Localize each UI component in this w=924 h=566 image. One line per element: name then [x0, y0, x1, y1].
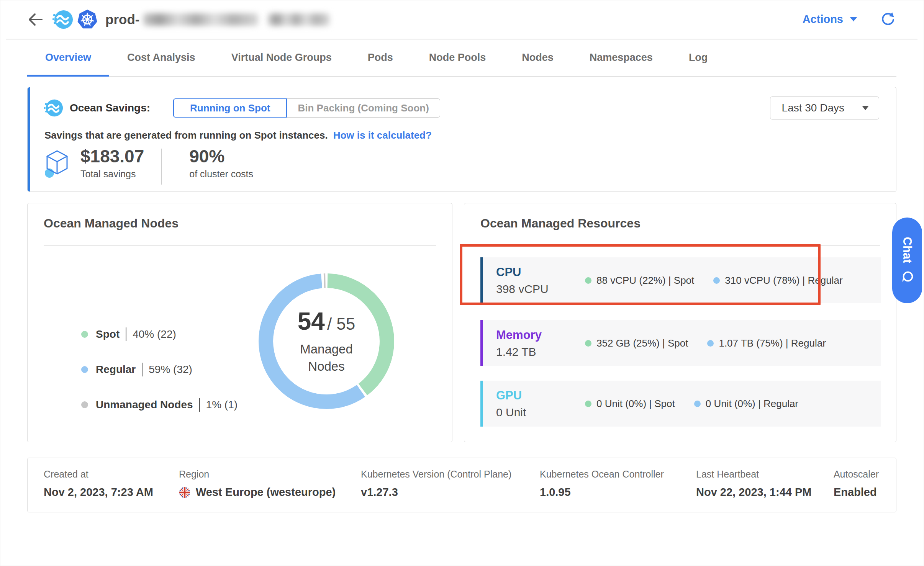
tab-nodes[interactable]: Nodes — [504, 39, 572, 76]
how-is-it-calculated-link[interactable]: How is it calculated? — [333, 129, 432, 141]
tab-log[interactable]: Log — [671, 39, 726, 76]
resource-row-gpu: GPU 0 Unit 0 Unit (0%) | Spot 0 Unit (0%… — [480, 381, 881, 427]
memory-total: 1.42 TB — [496, 345, 585, 358]
legend-separator — [126, 327, 126, 341]
autoscaler-status: Enabled — [834, 486, 879, 499]
info-ocean-controller: Kubernetes Ocean Controller 1.0.95 — [540, 469, 664, 499]
info-autoscaler: Autoscaler Enabled — [834, 469, 879, 499]
chat-button[interactable]: Chat — [892, 218, 922, 303]
cpu-spot-stat: 88 vCPU (22%) | Spot — [585, 275, 694, 286]
cluster-cost-metric: 90% of cluster costs — [189, 147, 253, 180]
kubernetes-logo-icon — [77, 9, 98, 30]
managed-nodes-total: / 55 — [327, 314, 355, 334]
legend-item-unmanaged: Unmanaged Nodes 1% (1) — [81, 397, 238, 412]
redacted-text-blob — [143, 13, 258, 26]
resources-card-title: Ocean Managed Resources — [480, 216, 641, 231]
chat-label: Chat — [900, 237, 914, 263]
managed-nodes-donut-chart: 54 / 55 Managed Nodes — [257, 272, 395, 410]
gpu-regular-stat: 0 Unit (0%) | Regular — [694, 398, 798, 410]
total-savings-value: $183.07 — [80, 147, 144, 165]
spot-dot — [81, 331, 88, 338]
managed-nodes-caption: Managed Nodes — [300, 341, 353, 375]
gpu-spot-stat: 0 Unit (0%) | Spot — [585, 398, 675, 410]
regular-dot — [707, 340, 714, 347]
cpu-accent-bar — [480, 257, 483, 303]
cluster-name-redacted — [143, 13, 329, 26]
chevron-down-icon — [862, 106, 869, 110]
cluster-name-prefix: prod- — [105, 12, 139, 27]
tab-cost-analysis[interactable]: Cost Analysis — [109, 39, 213, 76]
total-savings-label: Total savings — [80, 168, 144, 180]
gpu-total: 0 Unit — [496, 406, 585, 419]
spot-dot — [585, 277, 591, 284]
nodes-legend: Spot 40% (22) Regular 59% (32) Unmanaged… — [81, 327, 238, 432]
savings-mode-toggle: Running on Spot Bin Packing (Coming Soon… — [173, 98, 440, 118]
tab-virtual-node-groups[interactable]: Virtual Node Groups — [213, 39, 350, 76]
tab-pods[interactable]: Pods — [350, 39, 411, 76]
ocean-wave-icon — [44, 98, 64, 118]
period-value: Last 30 Days — [782, 102, 844, 114]
cpu-total: 398 vCPU — [496, 283, 585, 296]
header: prod- Actions — [6, 0, 917, 39]
ocean-managed-resources-card: Ocean Managed Resources CPU 398 vCPU 88 … — [464, 203, 896, 442]
chevron-down-icon — [850, 17, 857, 21]
memory-regular-stat: 1.07 TB (75%) | Regular — [707, 337, 826, 349]
back-arrow-icon — [28, 13, 43, 26]
spot-dot — [585, 340, 591, 347]
tab-namespaces[interactable]: Namespaces — [572, 39, 671, 76]
period-select[interactable]: Last 30 Days — [770, 97, 879, 119]
managed-nodes-count: 54 — [298, 307, 325, 335]
legend-item-regular: Regular 59% (32) — [81, 362, 238, 377]
cpu-regular-stat: 310 vCPU (78%) | Regular — [713, 275, 842, 286]
chat-bubble-icon — [900, 270, 914, 284]
donut-center-label: 54 / 55 Managed Nodes — [257, 272, 395, 410]
uk-flag-icon — [179, 487, 190, 498]
bin-packing-toggle[interactable]: Bin Packing (Coming Soon) — [287, 98, 440, 118]
regular-dot — [694, 401, 701, 407]
nodes-card-title: Ocean Managed Nodes — [44, 216, 179, 231]
memory-accent-bar — [480, 320, 483, 366]
resource-row-memory: Memory 1.42 TB 352 GB (25%) | Spot 1.07 … — [480, 320, 881, 366]
divider — [480, 245, 880, 246]
cost-percent-label: of cluster costs — [189, 168, 253, 180]
info-created-at: Created at Nov 2, 2023, 7:23 AM — [44, 469, 153, 499]
info-region: Region West Europe (westeurope) — [179, 469, 336, 499]
page-title: prod- — [105, 12, 329, 27]
cluster-info-bar: Created at Nov 2, 2023, 7:23 AM Region W… — [27, 458, 896, 512]
info-last-heartbeat: Last Heartbeat Nov 22, 2023, 1:44 PM — [696, 469, 811, 499]
actions-label: Actions — [803, 13, 843, 26]
tab-node-pools[interactable]: Node Pools — [411, 39, 504, 76]
tab-bar: Overview Cost Analysis Virtual Node Grou… — [27, 39, 896, 77]
spot-dot — [585, 401, 591, 407]
total-savings-metric: $183.07 Total savings — [80, 147, 144, 180]
tab-overview[interactable]: Overview — [27, 39, 109, 76]
legend-item-spot: Spot 40% (22) — [81, 327, 238, 342]
refresh-button[interactable] — [881, 12, 895, 27]
ocean-logo-icon — [52, 9, 73, 30]
regular-dot — [713, 277, 720, 284]
ocean-savings-card: Ocean Savings: Running on Spot Bin Packi… — [27, 87, 896, 192]
legend-separator — [199, 398, 200, 412]
ocean-managed-nodes-card: Ocean Managed Nodes Spot 40% (22) Regula… — [27, 203, 452, 442]
metric-divider — [161, 149, 162, 185]
actions-menu-button[interactable]: Actions — [803, 13, 857, 26]
cpu-label: CPU — [496, 265, 585, 279]
running-on-spot-toggle[interactable]: Running on Spot — [173, 98, 287, 118]
redacted-text-blob — [268, 13, 329, 26]
regular-dot — [81, 366, 88, 373]
memory-label: Memory — [496, 328, 585, 342]
ocean-savings-label: Ocean Savings: — [70, 102, 150, 114]
savings-cube-icon — [44, 149, 70, 179]
memory-spot-stat: 352 GB (25%) | Spot — [585, 337, 688, 349]
ocean-cluster-overview-page: prod- Actions Overview Cost Analysis Vir… — [0, 0, 924, 566]
divider — [44, 245, 436, 246]
savings-description: Savings that are generated from running … — [44, 129, 432, 141]
cost-percent-value: 90% — [189, 147, 253, 165]
unmanaged-dot — [81, 401, 88, 408]
back-button[interactable] — [27, 11, 44, 28]
resource-row-cpu: CPU 398 vCPU 88 vCPU (22%) | Spot 310 vC… — [480, 257, 881, 303]
legend-separator — [142, 363, 143, 376]
info-kubernetes-version: Kubernetes Version (Control Plane) v1.27… — [361, 469, 511, 499]
gpu-label: GPU — [496, 389, 585, 402]
refresh-icon — [881, 12, 895, 27]
